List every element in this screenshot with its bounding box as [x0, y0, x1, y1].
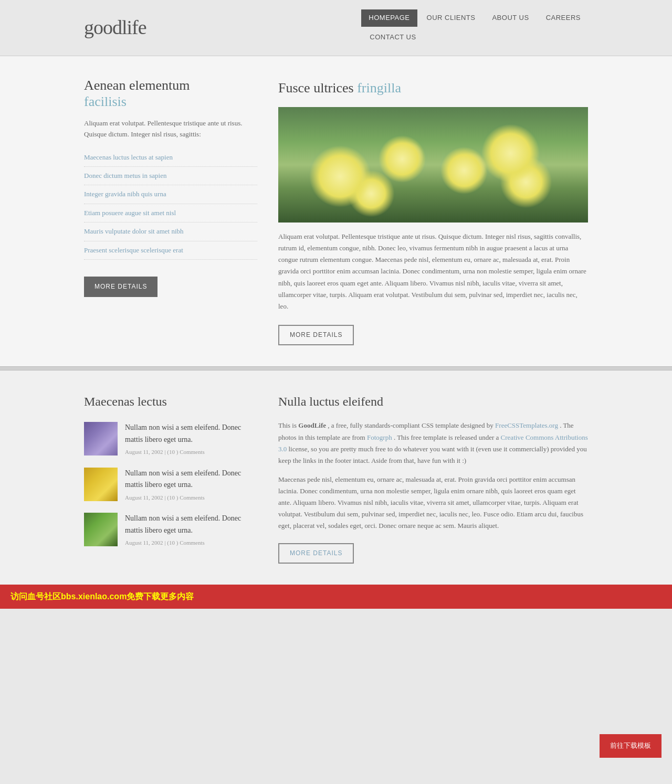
- nav-careers[interactable]: CAREERS: [539, 9, 588, 27]
- blog-date-2: August 11, 2002 | (10 ) Comments: [125, 493, 257, 503]
- left-title: Aenean elementum facilisis: [84, 77, 257, 110]
- flower-image-inner: [278, 107, 588, 223]
- footer-bar: 访问血号社区bbs.xienlao.com免费下载更多内容: [0, 585, 672, 609]
- list-link[interactable]: Mauris vulputate dolor sit amet nibh: [84, 227, 184, 235]
- blog-text-3: Nullam non wisi a sem eleifend. Donec ma…: [125, 513, 257, 547]
- nav-about-us[interactable]: ABOUT US: [485, 9, 536, 27]
- blog-item-3: Nullam non wisi a sem eleifend. Donec ma…: [84, 513, 257, 547]
- free-css-templates-link[interactable]: FreeCSSTemplates.org: [495, 421, 558, 429]
- header: goodlife HOMEPAGE OUR CLIENTS ABOUT US C…: [0, 0, 672, 56]
- blog-thumbnail-3: [84, 513, 118, 546]
- blog-text-2: Nullam non wisi a sem eleifend. Donec ma…: [125, 468, 257, 502]
- blog-thumbnail-2: [84, 468, 118, 501]
- right-title: Fusce ultrices fringilla: [278, 77, 588, 99]
- list-item: Praesent scelerisque scelerisque erat: [84, 241, 257, 260]
- left-more-details-button[interactable]: MORE DETAILS: [84, 277, 158, 297]
- bottom-left-column: Maecenas lectus Nullam non wisi a sem el…: [84, 391, 257, 564]
- blog-date-3: August 11, 2002 | (10 ) Comments: [125, 538, 257, 548]
- footer-bar-text: 访问血号社区bbs.xienlao.com免费下载更多内容: [10, 592, 194, 601]
- bottom-right-intro: This is GoodLife , a free, fully standar…: [278, 420, 588, 466]
- bottom-left-title: Maecenas lectus: [84, 391, 257, 411]
- bottom-more-details-button[interactable]: MORE DETAILS: [278, 543, 354, 564]
- list-link[interactable]: Maecenas luctus lectus at sapien: [84, 153, 173, 161]
- bottom-right-title: Nulla luctus eleifend: [278, 391, 588, 411]
- bottom-right-para2: Maecenas pede nisl, elementum eu, ornare…: [278, 474, 588, 532]
- main-content: Aenean elementum facilisis Aliquam erat …: [74, 56, 598, 366]
- nav-contact-us[interactable]: CONTACT US: [362, 29, 423, 46]
- list-link[interactable]: Integer gravida nibh quis urna: [84, 190, 166, 198]
- blog-text-1: Nullam non wisi a sem eleifend. Donec ma…: [125, 422, 257, 457]
- list-link[interactable]: Donec dictum metus in sapien: [84, 172, 166, 179]
- nav-top-row: HOMEPAGE OUR CLIENTS ABOUT US CAREERS: [361, 9, 588, 27]
- list-link[interactable]: Etiam posuere augue sit amet nisl: [84, 209, 176, 217]
- bottom-content: Maecenas lectus Nullam non wisi a sem el…: [74, 370, 598, 585]
- list-item: Maecenas luctus lectus at sapien: [84, 149, 257, 167]
- nav-homepage[interactable]: HOMEPAGE: [361, 9, 417, 27]
- bottom-right-column: Nulla luctus eleifend This is GoodLife ,…: [278, 391, 588, 564]
- list-item: Integer gravida nibh quis urna: [84, 185, 257, 204]
- list-item: Donec dictum metus in sapien: [84, 167, 257, 185]
- right-column: Fusce ultrices fringilla Aliquam erat vo…: [278, 77, 588, 345]
- section-divider: [0, 366, 672, 370]
- list-item: Mauris vulputate dolor sit amet nibh: [84, 223, 257, 241]
- fotogrph-link[interactable]: Fotogrph: [367, 433, 392, 441]
- right-more-details-button[interactable]: MORE DETAILS: [278, 325, 354, 345]
- nav-our-clients[interactable]: OUR CLIENTS: [419, 9, 483, 27]
- flower-image: [278, 107, 588, 223]
- blog-date-1: August 11, 2002 | (10 ) Comments: [125, 448, 257, 457]
- list-item: Etiam posuere augue sit amet nisl: [84, 204, 257, 223]
- main-wrapper: Aenean elementum facilisis Aliquam erat …: [0, 56, 672, 366]
- left-body: Aliquam erat volutpat. Pellentesque tris…: [84, 118, 257, 140]
- left-column: Aenean elementum facilisis Aliquam erat …: [84, 77, 257, 345]
- nav-container: HOMEPAGE OUR CLIENTS ABOUT US CAREERS CO…: [361, 9, 588, 46]
- logo: goodlife: [84, 12, 146, 44]
- list-link[interactable]: Praesent scelerisque scelerisque erat: [84, 246, 183, 254]
- link-list: Maecenas luctus lectus at sapien Donec d…: [84, 149, 257, 260]
- bottom-wrapper: Maecenas lectus Nullam non wisi a sem el…: [0, 370, 672, 585]
- nav-bottom-row: CONTACT US: [361, 29, 423, 46]
- right-body: Aliquam erat volutpat. Pellentesque tris…: [278, 231, 588, 312]
- blog-item-1: Nullam non wisi a sem eleifend. Donec ma…: [84, 422, 257, 457]
- blog-item-2: Nullam non wisi a sem eleifend. Donec ma…: [84, 468, 257, 502]
- blog-thumbnail-1: [84, 422, 118, 455]
